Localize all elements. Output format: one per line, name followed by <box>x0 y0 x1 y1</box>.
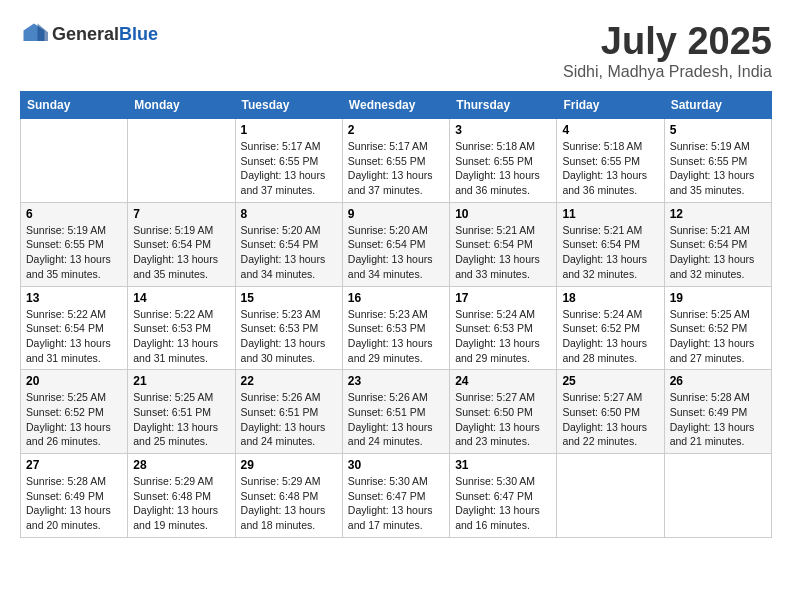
calendar-table: SundayMondayTuesdayWednesdayThursdayFrid… <box>20 91 772 538</box>
calendar-cell <box>557 454 664 538</box>
day-number: 11 <box>562 207 658 221</box>
day-number: 27 <box>26 458 122 472</box>
calendar-cell: 31Sunrise: 5:30 AMSunset: 6:47 PMDayligh… <box>450 454 557 538</box>
day-number: 4 <box>562 123 658 137</box>
calendar-cell: 10Sunrise: 5:21 AMSunset: 6:54 PMDayligh… <box>450 202 557 286</box>
day-number: 19 <box>670 291 766 305</box>
day-info: Sunrise: 5:24 AMSunset: 6:53 PMDaylight:… <box>455 307 551 366</box>
weekday-header: Saturday <box>664 92 771 119</box>
day-info: Sunrise: 5:22 AMSunset: 6:53 PMDaylight:… <box>133 307 229 366</box>
calendar-cell: 26Sunrise: 5:28 AMSunset: 6:49 PMDayligh… <box>664 370 771 454</box>
day-info: Sunrise: 5:19 AMSunset: 6:54 PMDaylight:… <box>133 223 229 282</box>
calendar-cell: 5Sunrise: 5:19 AMSunset: 6:55 PMDaylight… <box>664 119 771 203</box>
day-info: Sunrise: 5:21 AMSunset: 6:54 PMDaylight:… <box>670 223 766 282</box>
day-number: 18 <box>562 291 658 305</box>
day-info: Sunrise: 5:19 AMSunset: 6:55 PMDaylight:… <box>26 223 122 282</box>
day-number: 8 <box>241 207 337 221</box>
day-number: 29 <box>241 458 337 472</box>
calendar-cell: 2Sunrise: 5:17 AMSunset: 6:55 PMDaylight… <box>342 119 449 203</box>
day-number: 24 <box>455 374 551 388</box>
calendar-cell <box>128 119 235 203</box>
day-info: Sunrise: 5:29 AMSunset: 6:48 PMDaylight:… <box>133 474 229 533</box>
weekday-header: Friday <box>557 92 664 119</box>
calendar-cell: 25Sunrise: 5:27 AMSunset: 6:50 PMDayligh… <box>557 370 664 454</box>
calendar-cell: 11Sunrise: 5:21 AMSunset: 6:54 PMDayligh… <box>557 202 664 286</box>
calendar-cell: 6Sunrise: 5:19 AMSunset: 6:55 PMDaylight… <box>21 202 128 286</box>
svg-marker-1 <box>38 24 49 42</box>
calendar-cell: 14Sunrise: 5:22 AMSunset: 6:53 PMDayligh… <box>128 286 235 370</box>
weekday-header: Monday <box>128 92 235 119</box>
day-info: Sunrise: 5:22 AMSunset: 6:54 PMDaylight:… <box>26 307 122 366</box>
day-number: 30 <box>348 458 444 472</box>
day-info: Sunrise: 5:23 AMSunset: 6:53 PMDaylight:… <box>348 307 444 366</box>
day-info: Sunrise: 5:19 AMSunset: 6:55 PMDaylight:… <box>670 139 766 198</box>
day-info: Sunrise: 5:23 AMSunset: 6:53 PMDaylight:… <box>241 307 337 366</box>
calendar-cell: 27Sunrise: 5:28 AMSunset: 6:49 PMDayligh… <box>21 454 128 538</box>
day-info: Sunrise: 5:20 AMSunset: 6:54 PMDaylight:… <box>348 223 444 282</box>
page-header: GeneralBlue July 2025 Sidhi, Madhya Prad… <box>20 20 772 81</box>
day-info: Sunrise: 5:28 AMSunset: 6:49 PMDaylight:… <box>26 474 122 533</box>
day-number: 5 <box>670 123 766 137</box>
day-number: 16 <box>348 291 444 305</box>
calendar-cell: 3Sunrise: 5:18 AMSunset: 6:55 PMDaylight… <box>450 119 557 203</box>
day-number: 2 <box>348 123 444 137</box>
day-number: 31 <box>455 458 551 472</box>
day-number: 17 <box>455 291 551 305</box>
calendar-cell: 4Sunrise: 5:18 AMSunset: 6:55 PMDaylight… <box>557 119 664 203</box>
day-number: 21 <box>133 374 229 388</box>
calendar-cell: 30Sunrise: 5:30 AMSunset: 6:47 PMDayligh… <box>342 454 449 538</box>
day-info: Sunrise: 5:18 AMSunset: 6:55 PMDaylight:… <box>455 139 551 198</box>
weekday-header: Tuesday <box>235 92 342 119</box>
calendar-week-row: 13Sunrise: 5:22 AMSunset: 6:54 PMDayligh… <box>21 286 772 370</box>
weekday-header: Wednesday <box>342 92 449 119</box>
logo: GeneralBlue <box>20 20 158 48</box>
calendar-cell: 29Sunrise: 5:29 AMSunset: 6:48 PMDayligh… <box>235 454 342 538</box>
weekday-header: Sunday <box>21 92 128 119</box>
day-number: 9 <box>348 207 444 221</box>
calendar-cell: 7Sunrise: 5:19 AMSunset: 6:54 PMDaylight… <box>128 202 235 286</box>
calendar-week-row: 27Sunrise: 5:28 AMSunset: 6:49 PMDayligh… <box>21 454 772 538</box>
day-number: 25 <box>562 374 658 388</box>
day-info: Sunrise: 5:26 AMSunset: 6:51 PMDaylight:… <box>241 390 337 449</box>
day-info: Sunrise: 5:27 AMSunset: 6:50 PMDaylight:… <box>455 390 551 449</box>
day-info: Sunrise: 5:30 AMSunset: 6:47 PMDaylight:… <box>348 474 444 533</box>
day-info: Sunrise: 5:25 AMSunset: 6:52 PMDaylight:… <box>670 307 766 366</box>
logo-text-blue: Blue <box>119 24 158 44</box>
calendar-cell: 8Sunrise: 5:20 AMSunset: 6:54 PMDaylight… <box>235 202 342 286</box>
day-number: 20 <box>26 374 122 388</box>
day-info: Sunrise: 5:26 AMSunset: 6:51 PMDaylight:… <box>348 390 444 449</box>
calendar-week-row: 1Sunrise: 5:17 AMSunset: 6:55 PMDaylight… <box>21 119 772 203</box>
calendar-week-row: 20Sunrise: 5:25 AMSunset: 6:52 PMDayligh… <box>21 370 772 454</box>
calendar-cell: 17Sunrise: 5:24 AMSunset: 6:53 PMDayligh… <box>450 286 557 370</box>
day-info: Sunrise: 5:20 AMSunset: 6:54 PMDaylight:… <box>241 223 337 282</box>
day-info: Sunrise: 5:21 AMSunset: 6:54 PMDaylight:… <box>562 223 658 282</box>
location: Sidhi, Madhya Pradesh, India <box>563 63 772 81</box>
calendar-week-row: 6Sunrise: 5:19 AMSunset: 6:55 PMDaylight… <box>21 202 772 286</box>
day-number: 15 <box>241 291 337 305</box>
day-number: 13 <box>26 291 122 305</box>
day-info: Sunrise: 5:17 AMSunset: 6:55 PMDaylight:… <box>348 139 444 198</box>
logo-text-general: General <box>52 24 119 44</box>
calendar-cell: 15Sunrise: 5:23 AMSunset: 6:53 PMDayligh… <box>235 286 342 370</box>
weekday-header: Thursday <box>450 92 557 119</box>
day-number: 23 <box>348 374 444 388</box>
calendar-cell <box>664 454 771 538</box>
day-number: 3 <box>455 123 551 137</box>
calendar-header-row: SundayMondayTuesdayWednesdayThursdayFrid… <box>21 92 772 119</box>
day-info: Sunrise: 5:18 AMSunset: 6:55 PMDaylight:… <box>562 139 658 198</box>
day-info: Sunrise: 5:17 AMSunset: 6:55 PMDaylight:… <box>241 139 337 198</box>
calendar-cell: 1Sunrise: 5:17 AMSunset: 6:55 PMDaylight… <box>235 119 342 203</box>
day-info: Sunrise: 5:25 AMSunset: 6:52 PMDaylight:… <box>26 390 122 449</box>
day-number: 10 <box>455 207 551 221</box>
day-number: 7 <box>133 207 229 221</box>
calendar-cell: 21Sunrise: 5:25 AMSunset: 6:51 PMDayligh… <box>128 370 235 454</box>
calendar-cell: 24Sunrise: 5:27 AMSunset: 6:50 PMDayligh… <box>450 370 557 454</box>
calendar-cell: 19Sunrise: 5:25 AMSunset: 6:52 PMDayligh… <box>664 286 771 370</box>
calendar-cell: 22Sunrise: 5:26 AMSunset: 6:51 PMDayligh… <box>235 370 342 454</box>
day-number: 28 <box>133 458 229 472</box>
day-info: Sunrise: 5:30 AMSunset: 6:47 PMDaylight:… <box>455 474 551 533</box>
day-number: 26 <box>670 374 766 388</box>
calendar-cell: 20Sunrise: 5:25 AMSunset: 6:52 PMDayligh… <box>21 370 128 454</box>
day-number: 14 <box>133 291 229 305</box>
calendar-cell: 16Sunrise: 5:23 AMSunset: 6:53 PMDayligh… <box>342 286 449 370</box>
